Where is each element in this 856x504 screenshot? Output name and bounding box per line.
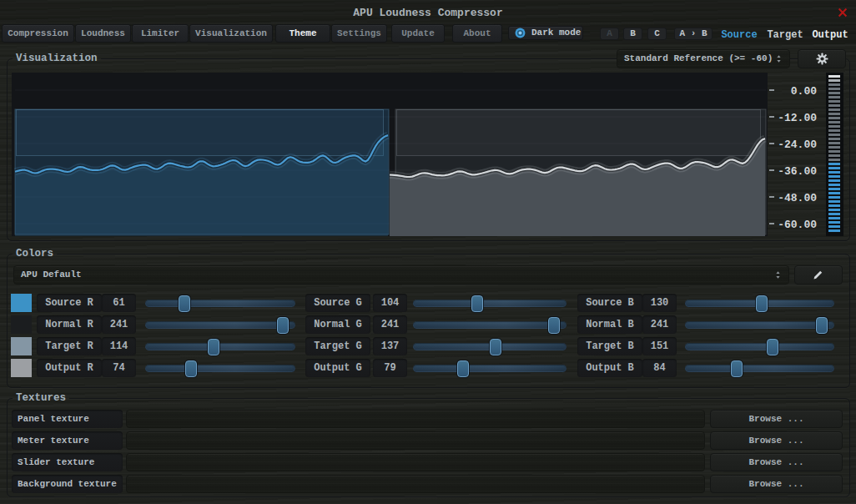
svg-text:-36.00: -36.00: [778, 165, 817, 178]
svg-text:-12.00: -12.00: [778, 112, 817, 124]
svg-text:-24.00: -24.00: [778, 139, 817, 151]
svg-text:-48.00: -48.00: [778, 192, 817, 204]
svg-text:0.00: 0.00: [791, 85, 817, 98]
svg-text:-60.00: -60.00: [778, 219, 817, 231]
